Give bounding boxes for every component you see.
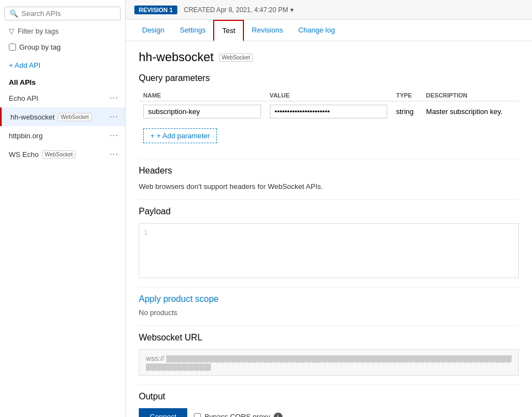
info-icon: i [274, 413, 283, 418]
add-api-label: + Add API [9, 61, 40, 69]
ws-url-box: wss:// █████████████████████████████████… [139, 349, 519, 376]
all-apis-label: All APIs [0, 74, 125, 89]
httpbin-menu[interactable]: ··· [107, 129, 121, 142]
output-title: Output [139, 392, 519, 402]
ws-echo-name: WS Echo WebSocket [9, 150, 107, 159]
ws-url-text: wss:// █████████████████████████████████… [146, 354, 512, 371]
hh-websocket-label: hh-websocket [10, 113, 55, 121]
sidebar-item-httpbin[interactable]: httpbin.org ··· [0, 126, 125, 145]
api-title: hh-websocket [139, 50, 214, 64]
bypass-cors-label[interactable]: Bypass CORS proxy i [194, 413, 282, 418]
revision-badge: REVISION 1 [134, 6, 177, 14]
tab-revisions[interactable]: Revisions [244, 20, 290, 41]
param-value-cell [265, 101, 392, 122]
param-name-cell [139, 101, 265, 122]
httpbin-label: httpbin.org [9, 132, 42, 140]
tab-test[interactable]: Test [213, 20, 244, 41]
content-area: hh-websocket WebSocket Query parameters … [126, 41, 532, 417]
divider-5 [139, 384, 519, 385]
api-title-row: hh-websocket WebSocket [139, 50, 519, 64]
no-products-label: No products [139, 308, 519, 317]
divider-4 [139, 326, 519, 326]
add-param-icon: + [150, 132, 155, 140]
connect-button[interactable]: Connect [139, 408, 187, 417]
query-params-title: Query parameters [139, 73, 519, 83]
param-name-input[interactable] [143, 105, 261, 118]
topbar: REVISION 1 CREATED Apr 8, 2021, 4:47:20 … [126, 0, 532, 20]
ws-echo-menu[interactable]: ··· [107, 148, 121, 160]
search-box[interactable]: 🔍 [4, 7, 121, 20]
param-value-input[interactable] [270, 105, 388, 118]
tab-settings[interactable]: Settings [172, 20, 213, 41]
tabs: Design Settings Test Revisions Change lo… [126, 20, 532, 41]
headers-note-text: Web browsers don't support headers for W… [139, 182, 323, 191]
created-info: CREATED Apr 8, 2021, 4:47:20 PM ▾ [184, 6, 294, 14]
filter-by-tags[interactable]: ▽ Filter by tags [4, 25, 121, 37]
group-label: Group by tag [19, 43, 61, 51]
tab-changelog[interactable]: Change log [291, 20, 343, 41]
param-type-cell: string [392, 101, 421, 122]
sidebar-item-echo-api[interactable]: Echo API ··· [0, 89, 125, 107]
ws-url-title: Websocket URL [139, 333, 519, 343]
echo-api-menu[interactable]: ··· [107, 92, 121, 104]
ws-echo-badge: WebSocket [42, 150, 75, 159]
sidebar-item-hh-websocket[interactable]: hh-websocket WebSocket ··· [0, 107, 125, 126]
created-label: CREATED Apr 8, 2021, 4:47:20 PM [184, 6, 288, 14]
httpbin-name: httpbin.org [9, 132, 107, 140]
param-desc-cell: Master subscription key. [422, 101, 519, 122]
payload-area[interactable]: 1 [139, 223, 519, 278]
group-by-tag[interactable]: Group by tag [4, 42, 121, 52]
col-name: NAME [139, 90, 265, 101]
add-api-button[interactable]: + Add API [4, 59, 121, 72]
table-row: string Master subscription key. [139, 101, 519, 122]
add-parameter-button[interactable]: + + Add parameter [143, 128, 217, 143]
hh-websocket-name: hh-websocket WebSocket [10, 113, 107, 121]
filter-label: Filter by tags [18, 27, 58, 35]
divider-2 [139, 199, 519, 200]
col-description: DESCRIPTION [422, 90, 519, 101]
group-checkbox[interactable] [9, 44, 16, 51]
headers-note: Web browsers don't support headers for W… [139, 182, 519, 191]
main-panel: REVISION 1 CREATED Apr 8, 2021, 4:47:20 … [126, 0, 532, 417]
divider-1 [139, 159, 519, 159]
headers-title: Headers [139, 166, 519, 176]
connect-row: Connect Bypass CORS proxy i [139, 408, 519, 417]
payload-title: Payload [139, 207, 519, 216]
hh-websocket-menu[interactable]: ··· [107, 111, 121, 123]
product-scope-title: Apply product scope [139, 294, 519, 304]
params-table: NAME VALUE TYPE DESCRIPTION string [139, 90, 519, 122]
search-icon: 🔍 [9, 9, 18, 18]
line-number: 1 [144, 228, 148, 236]
ws-echo-label: WS Echo [9, 150, 39, 159]
bypass-cors-checkbox[interactable] [194, 413, 201, 417]
tab-design[interactable]: Design [134, 20, 172, 41]
hh-websocket-badge: WebSocket [58, 113, 91, 121]
echo-api-name: Echo API [9, 94, 107, 102]
revision-dropdown-icon[interactable]: ▾ [290, 6, 294, 14]
search-input[interactable] [21, 9, 116, 18]
bypass-cors-text: Bypass CORS proxy [204, 413, 270, 417]
filter-icon: ▽ [9, 27, 14, 35]
sidebar: 🔍 ▽ Filter by tags Group by tag + Add AP… [0, 0, 126, 417]
api-badge: WebSocket [219, 53, 253, 62]
col-type: TYPE [392, 90, 421, 101]
echo-api-label: Echo API [9, 94, 38, 102]
col-value: VALUE [265, 90, 392, 101]
param-type-label: string [396, 107, 414, 116]
sidebar-item-ws-echo[interactable]: WS Echo WebSocket ··· [0, 145, 125, 164]
add-param-label: + Add parameter [157, 132, 210, 140]
param-desc-label: Master subscription key. [426, 107, 503, 116]
divider-3 [139, 287, 519, 288]
